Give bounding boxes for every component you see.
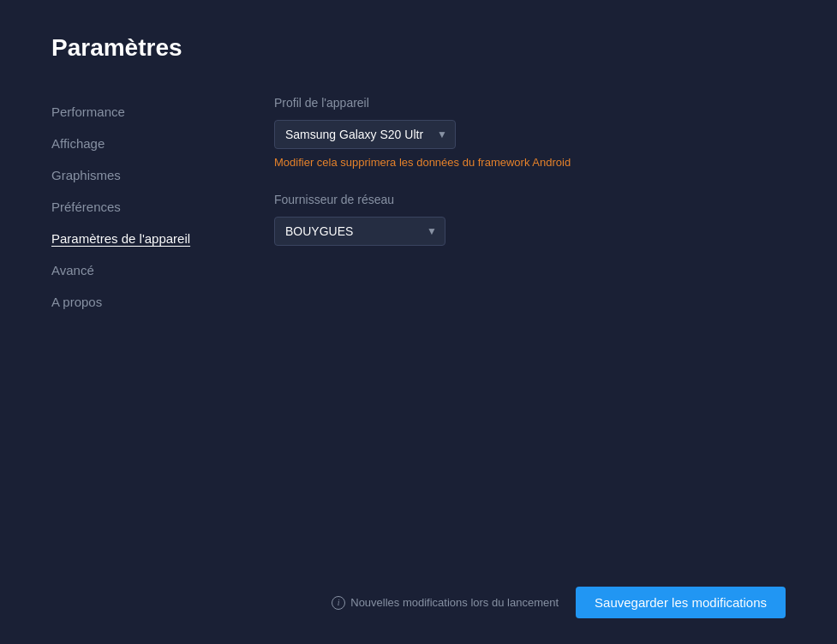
network-provider-section: Fournisseur de réseau BOUYGUES Orange SF… xyxy=(274,193,786,253)
page-title: Paramètres xyxy=(51,34,786,62)
network-provider-select-wrapper: BOUYGUES Orange SFR Free ▼ xyxy=(274,217,445,246)
sidebar: Performance Affichage Graphismes Préfére… xyxy=(51,96,223,569)
content-area: Performance Affichage Graphismes Préfére… xyxy=(51,96,786,569)
footer-note-text: Nouvelles modifications lors du lancemen… xyxy=(350,596,559,609)
main-content: Profil de l'appareil Samsung Galaxy S20 … xyxy=(274,96,786,569)
sidebar-item-avance[interactable]: Avancé xyxy=(51,254,223,286)
device-profile-select-wrapper: Samsung Galaxy S20 Ultr Samsung Galaxy S… xyxy=(274,120,456,149)
sidebar-item-apropos[interactable]: A propos xyxy=(51,286,223,318)
sidebar-item-parametres-appareil[interactable]: Paramètres de l'appareil xyxy=(51,223,223,254)
save-button[interactable]: Sauvegarder les modifications xyxy=(576,587,786,618)
device-profile-select[interactable]: Samsung Galaxy S20 Ultr Samsung Galaxy S… xyxy=(274,120,456,149)
device-profile-section: Profil de l'appareil Samsung Galaxy S20 … xyxy=(274,96,786,169)
footer-note: i Nouvelles modifications lors du lancem… xyxy=(332,596,559,610)
sidebar-item-preferences[interactable]: Préférences xyxy=(51,191,223,223)
device-profile-warning: Modifier cela supprimera les données du … xyxy=(274,156,786,169)
device-profile-label: Profil de l'appareil xyxy=(274,96,786,110)
sidebar-item-graphismes[interactable]: Graphismes xyxy=(51,159,223,191)
network-provider-label: Fournisseur de réseau xyxy=(274,193,786,206)
info-icon: i xyxy=(332,596,345,610)
network-provider-select[interactable]: BOUYGUES Orange SFR Free xyxy=(274,217,445,246)
footer: i Nouvelles modifications lors du lancem… xyxy=(51,569,786,618)
sidebar-item-affichage[interactable]: Affichage xyxy=(51,128,223,159)
sidebar-item-performance[interactable]: Performance xyxy=(51,96,223,128)
settings-page: Paramètres Performance Affichage Graphis… xyxy=(0,0,837,644)
